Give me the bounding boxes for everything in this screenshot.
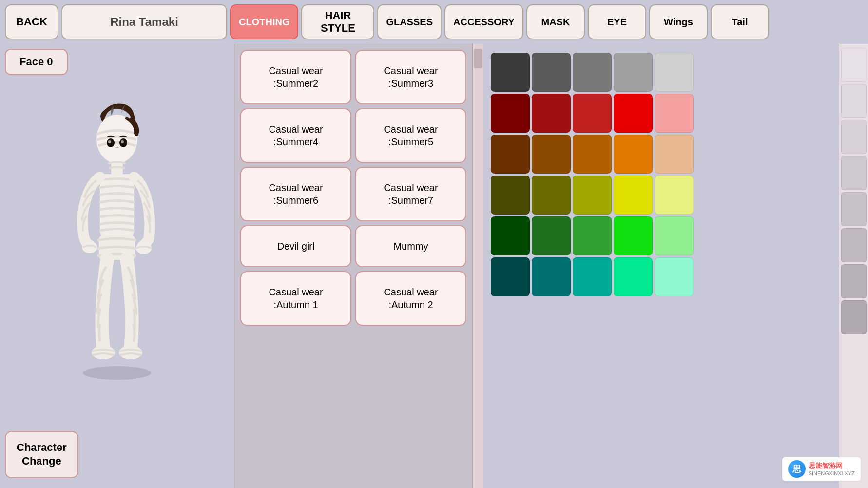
character-change-button[interactable]: Character Change (5, 431, 78, 478)
color-swatch-r5-c3[interactable] (614, 257, 653, 296)
character-preview (39, 83, 195, 400)
tab-clothing[interactable]: CLOTHING (230, 4, 298, 39)
color-extra-column (839, 44, 868, 488)
color-swatch-r1-c1[interactable] (532, 94, 571, 133)
color-swatch-r3-c3[interactable] (614, 176, 653, 215)
color-swatch-r3-c4[interactable] (655, 176, 694, 215)
watermark-url: SINENGXINXI.XYZ (809, 470, 855, 477)
color-swatch-r2-c0[interactable] (491, 135, 530, 174)
extra-color-swatch-4[interactable] (841, 192, 867, 226)
clothing-item-summer2[interactable]: Casual wear :Summer2 (240, 50, 351, 104)
clothing-panel: Casual wear :Summer2 Casual wear :Summer… (234, 44, 473, 488)
tab-glasses[interactable]: GLASSES (377, 4, 442, 39)
color-swatch-r5-c4[interactable] (655, 257, 694, 296)
color-swatch-r2-c1[interactable] (532, 135, 571, 174)
tab-hairstyle[interactable]: HAIR STYLE (301, 4, 374, 39)
color-swatch-r3-c2[interactable] (573, 176, 612, 215)
svg-point-0 (83, 366, 151, 380)
color-swatch-r2-c2[interactable] (573, 135, 612, 174)
color-swatch-r4-c3[interactable] (614, 216, 653, 255)
scrollbar-thumb[interactable] (474, 49, 482, 68)
clothing-row-3: Devil girl Mummy (240, 225, 466, 267)
extra-color-swatch-5[interactable] (841, 228, 867, 262)
extra-color-swatch-1[interactable] (841, 84, 867, 118)
extra-color-swatch-6[interactable] (841, 264, 867, 298)
color-grid (491, 53, 861, 296)
color-swatch-r4-c1[interactable] (532, 216, 571, 255)
color-swatch-r4-c2[interactable] (573, 216, 612, 255)
tab-accessory[interactable]: ACCESSORY (444, 4, 523, 39)
color-swatch-r0-c2[interactable] (573, 53, 612, 92)
extra-color-swatch-2[interactable] (841, 120, 867, 154)
extra-color-swatch-7[interactable] (841, 300, 867, 334)
color-swatch-r4-c4[interactable] (655, 216, 694, 255)
top-bar: BACK Rina Tamaki CLOTHING HAIR STYLE GLA… (0, 0, 868, 44)
color-swatch-r5-c1[interactable] (532, 257, 571, 296)
color-swatch-r1-c3[interactable] (614, 94, 653, 133)
tab-mask[interactable]: MASK (526, 4, 585, 39)
svg-point-4 (108, 140, 111, 143)
color-swatch-r5-c0[interactable] (491, 257, 530, 296)
back-button[interactable]: BACK (5, 4, 58, 39)
color-swatch-r1-c2[interactable] (573, 94, 612, 133)
watermark-site: 思能智游网 (809, 461, 855, 470)
clothing-item-summer3[interactable]: Casual wear :Summer3 (355, 50, 466, 104)
color-swatch-r1-c4[interactable] (655, 94, 694, 133)
left-panel: Face 0 (0, 44, 234, 488)
color-swatch-r0-c0[interactable] (491, 53, 530, 92)
color-swatch-r3-c0[interactable] (491, 176, 530, 215)
tab-wings[interactable]: Wings (649, 4, 708, 39)
color-panel (483, 44, 868, 488)
extra-color-swatch-3[interactable] (841, 156, 867, 190)
clothing-row-2: Casual wear :Summer6 Casual wear :Summer… (240, 167, 466, 221)
face-button[interactable]: Face 0 (5, 49, 68, 75)
extra-color-swatch-0[interactable] (841, 48, 867, 82)
color-swatch-r5-c2[interactable] (573, 257, 612, 296)
color-swatch-r3-c1[interactable] (532, 176, 571, 215)
watermark-text: 思能智游网 SINENGXINXI.XYZ (809, 461, 855, 477)
clothing-item-autumn2[interactable]: Casual wear :Autumn 2 (355, 271, 466, 326)
clothing-item-devil[interactable]: Devil girl (240, 225, 351, 267)
watermark-logo: 思 (788, 460, 806, 478)
color-swatch-r0-c1[interactable] (532, 53, 571, 92)
color-swatch-r1-c0[interactable] (491, 94, 530, 133)
color-swatch-r0-c4[interactable] (655, 53, 694, 92)
main-content: Face 0 (0, 44, 868, 488)
watermark: 思 思能智游网 SINENGXINXI.XYZ (782, 457, 861, 481)
clothing-row-4: Casual wear :Autumn 1 Casual wear :Autum… (240, 271, 466, 326)
scrollbar[interactable] (473, 44, 483, 488)
svg-point-5 (121, 140, 124, 143)
color-swatch-r0-c3[interactable] (614, 53, 653, 92)
color-swatch-r2-c3[interactable] (614, 135, 653, 174)
clothing-item-summer4[interactable]: Casual wear :Summer4 (240, 108, 351, 163)
color-swatch-r2-c4[interactable] (655, 135, 694, 174)
character-name-field[interactable]: Rina Tamaki (61, 4, 227, 39)
clothing-item-summer5[interactable]: Casual wear :Summer5 (355, 108, 466, 163)
clothing-row-0: Casual wear :Summer2 Casual wear :Summer… (240, 50, 466, 104)
tab-tail[interactable]: Tail (711, 4, 769, 39)
clothing-item-summer7[interactable]: Casual wear :Summer7 (355, 167, 466, 221)
color-swatch-r4-c0[interactable] (491, 216, 530, 255)
clothing-item-summer6[interactable]: Casual wear :Summer6 (240, 167, 351, 221)
clothing-row-1: Casual wear :Summer4 Casual wear :Summer… (240, 108, 466, 163)
clothing-item-autumn1[interactable]: Casual wear :Autumn 1 (240, 271, 351, 326)
clothing-item-mummy[interactable]: Mummy (355, 225, 466, 267)
character-figure (61, 100, 173, 383)
tab-eye[interactable]: EYE (588, 4, 646, 39)
